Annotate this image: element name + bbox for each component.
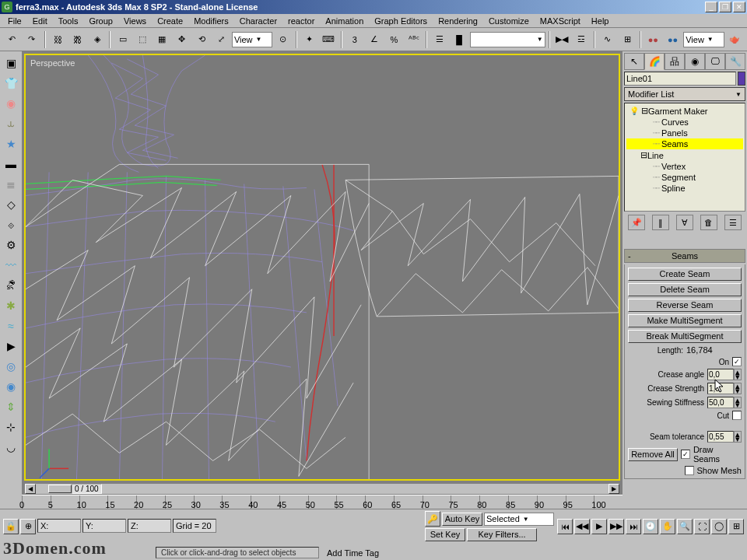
time-config-icon[interactable]: 🕘	[643, 519, 658, 534]
tab-display-icon[interactable]: 🖵	[705, 53, 725, 70]
time-tick[interactable]: 85	[508, 495, 537, 509]
minimize-button[interactable]: _	[705, 2, 717, 12]
preview-icon[interactable]: ▶	[2, 338, 19, 355]
tab-hierarchy-icon[interactable]: 品	[665, 53, 685, 70]
sewing-stiffness-field[interactable]	[707, 397, 734, 408]
rotate-icon[interactable]: ⟲	[192, 30, 210, 49]
time-tick[interactable]: 90	[537, 495, 566, 509]
time-tag-field[interactable]: Add Time Tag	[327, 548, 412, 558]
select-icon[interactable]: ▭	[114, 30, 132, 49]
time-tick[interactable]: 45	[279, 495, 308, 509]
time-tick[interactable]: 75	[451, 495, 479, 509]
make-unique-icon[interactable]: ∀	[676, 215, 693, 230]
make-multisegment-button[interactable]: Make MultiSegment	[628, 314, 742, 327]
undo-icon[interactable]: ↶	[3, 30, 21, 49]
menu-rendering[interactable]: Rendering	[433, 16, 482, 26]
perspective-viewport[interactable]: Perspective	[24, 54, 620, 481]
remove-modifier-icon[interactable]: 🗑	[700, 215, 717, 230]
autokey-button[interactable]: Auto Key	[442, 513, 482, 526]
scale-icon[interactable]: ⤢	[212, 30, 230, 49]
pan-view-icon[interactable]: ✋	[660, 519, 675, 534]
z-coord[interactable]: Z:	[128, 519, 171, 533]
min-max-toggle-icon[interactable]: ⊞	[728, 519, 744, 534]
crease-angle-spinner[interactable]: ▴▾	[734, 369, 742, 380]
menu-help[interactable]: Help	[587, 16, 614, 26]
rope-icon[interactable]: ⥿	[2, 115, 19, 132]
crease-strength-field[interactable]	[707, 383, 734, 394]
restore-button[interactable]: ❐	[719, 2, 731, 12]
spring-icon[interactable]: ≣	[2, 176, 19, 193]
water-icon[interactable]: ≈	[2, 317, 19, 334]
stack-panels[interactable]: Panels	[661, 128, 688, 138]
spinner-snap-icon[interactable]: ᴬᴮᶜ	[405, 30, 423, 49]
modifier-list-dropdown[interactable]: Modifier List▼	[624, 87, 745, 101]
render-scene-icon[interactable]: ●●	[664, 30, 682, 49]
menu-file[interactable]: File	[3, 16, 26, 26]
stack-line[interactable]: Line	[647, 151, 664, 160]
rigid-body-icon[interactable]: ▣	[2, 54, 19, 72]
time-tick[interactable]: 15	[107, 495, 136, 509]
menu-group[interactable]: Group	[84, 16, 117, 26]
modifier-stack[interactable]: 💡⊟ Garment Maker ┈┈Curves ┈┈Panels ┈┈Sea…	[624, 103, 745, 212]
material-editor-icon[interactable]: ●●	[644, 30, 662, 49]
setkey-button[interactable]: Set Key	[425, 528, 465, 541]
time-tick[interactable]: 70	[423, 495, 451, 509]
stack-seams[interactable]: Seams	[661, 139, 688, 149]
scroll-thumb[interactable]	[48, 485, 72, 493]
goto-start-icon[interactable]: ⏮	[557, 519, 573, 534]
absolute-transform-icon[interactable]: ⊕	[20, 519, 36, 534]
percent-snap-icon[interactable]: %	[385, 30, 403, 49]
mirror-icon[interactable]: ▐▌	[450, 30, 468, 49]
menu-reactor[interactable]: reactor	[283, 16, 319, 26]
select-link-icon[interactable]: ⛓	[49, 30, 67, 49]
toy-car-icon[interactable]: ⛐	[2, 277, 19, 294]
dashpot-icon[interactable]: ⟐	[2, 216, 19, 233]
time-tick[interactable]: 100	[594, 495, 622, 509]
utilities-icon[interactable]: ◉	[2, 378, 19, 395]
select-region-icon[interactable]: ⬚	[134, 30, 152, 49]
menu-character[interactable]: Character	[235, 16, 282, 26]
menu-views[interactable]: Views	[119, 16, 151, 26]
break-multisegment-button[interactable]: Break MultiSegment	[628, 330, 742, 343]
scroll-left-icon[interactable]: ◀	[25, 484, 36, 494]
time-tick[interactable]: 65	[394, 495, 423, 509]
time-tick[interactable]: 20	[136, 495, 165, 509]
motor-icon[interactable]: ⚙	[2, 236, 19, 254]
arc-rotate-icon[interactable]: ◯	[711, 519, 727, 534]
menu-maxscript[interactable]: MAXScript	[535, 16, 585, 26]
align-icon[interactable]: ▶◀	[553, 30, 571, 49]
command-panel-tabs[interactable]: ↖ 🌈 品 ◉ 🖵 🔧	[624, 53, 745, 70]
tab-utilities-icon[interactable]: 🔧	[725, 53, 745, 70]
redo-icon[interactable]: ↷	[23, 30, 40, 49]
zoom-extents-icon[interactable]: ⛶	[694, 519, 710, 534]
create-seam-button[interactable]: Create Seam	[628, 268, 742, 281]
tab-modify-icon[interactable]: 🌈	[644, 53, 665, 70]
seam-tolerance-field[interactable]	[707, 431, 734, 443]
time-tick[interactable]: 40	[251, 495, 279, 509]
plane-icon[interactable]: ◇	[2, 196, 19, 213]
cloth-icon[interactable]: 👕	[2, 75, 19, 92]
key-mode-icon[interactable]: 🔑	[425, 511, 440, 527]
crease-angle-field[interactable]	[707, 369, 734, 380]
named-selection-icon[interactable]: ☰	[430, 30, 448, 49]
time-tick[interactable]: 80	[479, 495, 508, 509]
sewing-stiffness-spinner[interactable]: ▴▾	[734, 397, 742, 408]
viewport-time-scroll[interactable]: ◀ 0 / 100 ▶	[24, 483, 620, 495]
schematic-icon[interactable]: ⊞	[618, 30, 636, 49]
menu-edit[interactable]: Edit	[28, 16, 52, 26]
y-coord[interactable]: Y:	[82, 519, 126, 533]
menu-tools[interactable]: Tools	[54, 16, 83, 26]
menu-modifiers[interactable]: Modifiers	[189, 16, 233, 26]
crease-strength-spinner[interactable]: ▴▾	[734, 383, 742, 394]
select-filter-icon[interactable]: ▦	[153, 30, 171, 49]
snap-toggle-icon[interactable]: 3	[345, 30, 363, 49]
fracture-icon[interactable]: ✱	[2, 297, 19, 314]
close-button[interactable]: ✕	[733, 2, 745, 12]
use-pivot-icon[interactable]: ⊙	[274, 30, 292, 49]
mesh-def-icon[interactable]: ▬	[2, 156, 19, 173]
move-icon[interactable]: ✥	[173, 30, 191, 49]
delete-seam-button[interactable]: Delete Seam	[628, 283, 742, 296]
stack-spline[interactable]: Spline	[661, 184, 686, 193]
constraint-icon[interactable]: ⇕	[2, 398, 19, 415]
time-tick[interactable]: 60	[365, 495, 394, 509]
